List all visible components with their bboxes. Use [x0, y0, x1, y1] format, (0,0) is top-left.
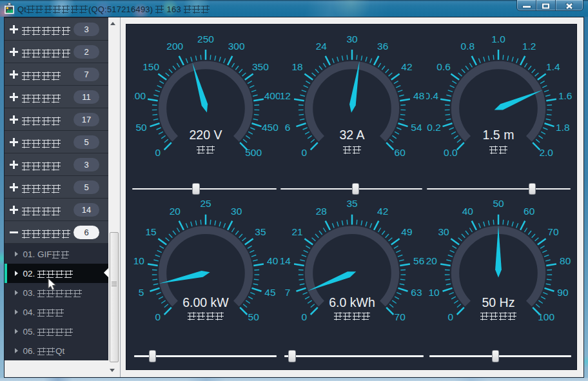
svg-text:40: 40	[267, 255, 279, 266]
svg-text:30: 30	[346, 34, 358, 44]
svg-text:100: 100	[538, 311, 554, 322]
svg-text:30: 30	[438, 226, 449, 237]
svg-text:6: 6	[285, 122, 291, 133]
svg-text:0: 0	[301, 147, 307, 158]
svg-text:0: 0	[155, 147, 161, 158]
svg-text:54: 54	[411, 122, 422, 133]
svg-text:250: 250	[197, 34, 214, 44]
svg-text:.00: .00	[133, 90, 146, 101]
svg-text:1.5 m: 1.5 m	[483, 128, 514, 142]
svg-text:20: 20	[170, 206, 181, 217]
svg-text:1.8: 1.8	[556, 122, 570, 133]
svg-text:49: 49	[401, 226, 412, 237]
svg-text:350: 350	[252, 61, 269, 72]
svg-text:15: 15	[145, 226, 156, 237]
svg-text:0.2: 0.2	[427, 122, 441, 133]
svg-text:45: 45	[264, 287, 275, 298]
svg-text:5: 5	[139, 287, 144, 298]
svg-text:2.0: 2.0	[539, 147, 553, 158]
svg-text:36: 36	[377, 41, 388, 52]
svg-text:1.0: 1.0	[491, 34, 505, 44]
svg-text:12: 12	[280, 90, 291, 101]
svg-text:0: 0	[301, 311, 307, 322]
svg-text:32 A: 32 A	[339, 128, 364, 142]
svg-text:40: 40	[462, 206, 474, 217]
svg-text:70: 70	[395, 311, 406, 322]
svg-text:0.6: 0.6	[436, 61, 451, 72]
svg-text:90: 90	[557, 287, 569, 298]
svg-text:21: 21	[291, 226, 302, 237]
svg-text:60: 60	[395, 147, 406, 158]
svg-text:50: 50	[135, 122, 147, 133]
svg-text:10: 10	[428, 287, 440, 298]
svg-text:400: 400	[264, 90, 280, 101]
svg-text:63: 63	[411, 287, 422, 298]
svg-text:70: 70	[547, 226, 559, 237]
svg-text:42: 42	[401, 61, 412, 72]
svg-text:20: 20	[426, 255, 437, 266]
svg-text:0.4: 0.4	[426, 90, 438, 101]
svg-text:0: 0	[447, 311, 453, 322]
svg-text:450: 450	[262, 122, 279, 133]
svg-text:6.00 kW: 6.00 kW	[182, 295, 229, 309]
svg-text:24: 24	[316, 41, 328, 52]
svg-text:35: 35	[346, 198, 357, 209]
svg-text:56: 56	[413, 255, 424, 266]
svg-text:0: 0	[155, 311, 161, 322]
svg-text:1.6: 1.6	[558, 90, 573, 101]
svg-text:30: 30	[231, 206, 242, 217]
svg-text:18: 18	[291, 61, 302, 72]
svg-text:0.8: 0.8	[461, 41, 475, 52]
svg-text:10: 10	[133, 255, 144, 266]
svg-text:35: 35	[255, 226, 266, 237]
svg-text:48: 48	[413, 90, 424, 101]
svg-text:6.0 kWh: 6.0 kWh	[329, 295, 375, 309]
svg-text:220 V: 220 V	[190, 128, 222, 142]
svg-text:150: 150	[142, 61, 159, 72]
svg-text:50: 50	[248, 311, 260, 322]
svg-text:60: 60	[524, 206, 535, 217]
svg-text:50: 50	[493, 198, 504, 209]
svg-text:14: 14	[280, 255, 291, 266]
svg-text:500: 500	[245, 147, 262, 158]
svg-text:1.2: 1.2	[522, 41, 536, 52]
svg-text:25: 25	[200, 198, 211, 209]
svg-text:42: 42	[377, 206, 388, 217]
svg-text:200: 200	[166, 41, 183, 52]
svg-text:0.0: 0.0	[444, 147, 458, 158]
svg-text:28: 28	[316, 206, 327, 217]
svg-text:50 Hz: 50 Hz	[482, 295, 515, 309]
svg-text:1.4: 1.4	[546, 61, 560, 72]
svg-text:300: 300	[228, 41, 245, 52]
svg-text:80: 80	[560, 255, 571, 266]
svg-text:7: 7	[285, 287, 291, 298]
